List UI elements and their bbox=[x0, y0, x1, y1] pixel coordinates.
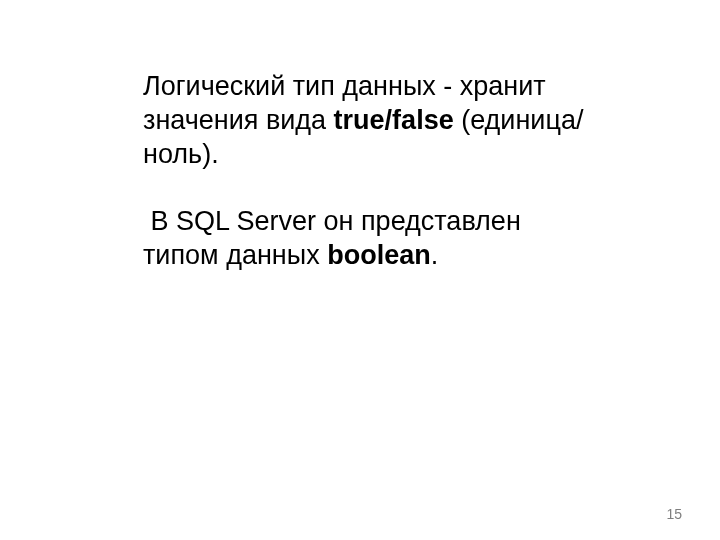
paragraph-1: Логический тип данных - хранит значения … bbox=[143, 70, 603, 171]
p1-text-bold: true/false bbox=[334, 105, 454, 135]
paragraph-2: В SQL Server он представлен типом данных… bbox=[143, 205, 603, 273]
p2-text-bold: boolean bbox=[327, 240, 431, 270]
page-number: 15 bbox=[666, 506, 682, 522]
p2-text-post: . bbox=[431, 240, 439, 270]
slide-body: Логический тип данных - хранит значения … bbox=[143, 70, 603, 273]
